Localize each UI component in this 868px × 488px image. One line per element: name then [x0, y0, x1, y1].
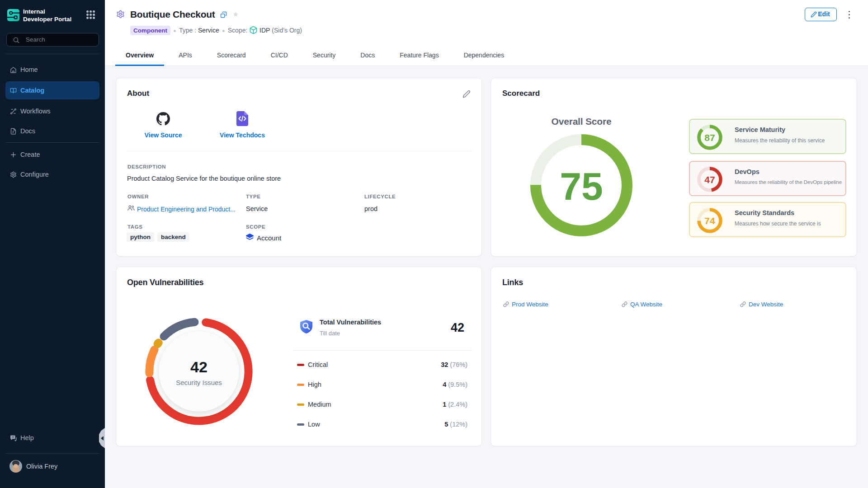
svg-text:87: 87	[704, 132, 715, 143]
svg-text:75: 75	[560, 164, 603, 208]
svg-text:47: 47	[704, 174, 715, 185]
svg-text:74: 74	[704, 216, 715, 226]
svg-text:?: ?	[12, 436, 14, 439]
